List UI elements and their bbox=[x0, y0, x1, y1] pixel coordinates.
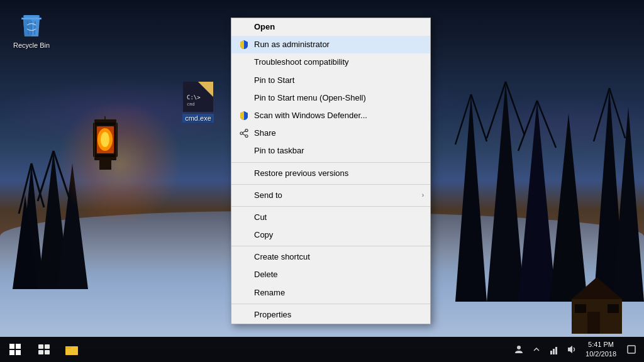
context-menu-item-share[interactable]: Share bbox=[231, 124, 430, 142]
ctx-icon-cut bbox=[238, 211, 250, 224]
context-menu-item-delete[interactable]: Delete bbox=[231, 266, 430, 283]
ctx-label-scan: Scan with Windows Defender... bbox=[254, 110, 367, 121]
recycle-bin-label: Recycle Bin bbox=[13, 41, 50, 49]
ctx-icon-send-to bbox=[238, 189, 250, 202]
context-menu-item-troubleshoot[interactable]: Troubleshoot compatibility bbox=[231, 53, 430, 71]
svg-line-52 bbox=[243, 134, 245, 136]
ctx-icon-open bbox=[238, 21, 250, 33]
file-explorer-button[interactable] bbox=[58, 337, 86, 362]
svg-rect-38 bbox=[23, 15, 40, 18]
cmd-icon-image: C:\> cmd bbox=[183, 82, 213, 112]
svg-line-40 bbox=[28, 21, 28, 35]
svg-rect-60 bbox=[550, 351, 552, 354]
svg-line-42 bbox=[35, 21, 35, 35]
context-menu-item-cut[interactable]: Cut bbox=[231, 209, 430, 226]
cmd-label: cmd.exe bbox=[182, 114, 214, 123]
context-menu: Open Run as administratorTroubleshoot co… bbox=[231, 18, 431, 324]
chevron-up-icon[interactable] bbox=[528, 337, 545, 362]
ctx-icon-troubleshoot bbox=[238, 56, 250, 69]
clock-date: 10/2/2018 bbox=[586, 349, 616, 359]
ctx-icon-run-as-admin bbox=[238, 38, 250, 51]
ctx-icon-restore bbox=[238, 167, 250, 180]
svg-rect-62 bbox=[555, 347, 557, 354]
svg-point-49 bbox=[245, 135, 248, 138]
clock-time: 5:41 PM bbox=[588, 340, 614, 349]
context-menu-item-pin-taskbar[interactable]: Pin to taskbar bbox=[231, 142, 430, 160]
ctx-label-open: Open bbox=[254, 21, 275, 33]
system-tray: 5:41 PM 10/2/2018 bbox=[508, 337, 644, 362]
context-menu-item-create-shortcut[interactable]: Create shortcut bbox=[231, 248, 430, 266]
svg-rect-53 bbox=[38, 344, 43, 349]
ctx-icon-share bbox=[238, 127, 250, 140]
context-menu-divider bbox=[231, 246, 430, 246]
taskbar: 5:41 PM 10/2/2018 bbox=[0, 337, 644, 362]
context-menu-item-scan[interactable]: Scan with Windows Defender... bbox=[231, 107, 430, 124]
context-menu-item-open[interactable]: Open bbox=[231, 18, 430, 36]
ctx-label-properties: Properties bbox=[254, 309, 291, 321]
svg-point-48 bbox=[245, 129, 248, 132]
svg-rect-61 bbox=[553, 349, 555, 354]
ctx-icon-scan bbox=[238, 109, 250, 122]
people-icon[interactable] bbox=[510, 337, 528, 362]
clock[interactable]: 5:41 PM 10/2/2018 bbox=[580, 337, 621, 362]
context-menu-item-run-as-admin[interactable]: Run as administrator bbox=[231, 36, 430, 53]
ctx-label-delete: Delete bbox=[254, 269, 278, 280]
recycle-bin-icon[interactable]: Recycle Bin bbox=[9, 13, 53, 49]
task-view-button[interactable] bbox=[30, 337, 58, 362]
svg-rect-64 bbox=[628, 346, 635, 353]
context-menu-divider bbox=[231, 304, 430, 304]
svg-text:cmd: cmd bbox=[187, 102, 195, 107]
svg-text:C:\>: C:\> bbox=[187, 94, 201, 101]
ctx-icon-pin-start bbox=[238, 74, 250, 87]
svg-line-51 bbox=[243, 131, 245, 133]
ctx-label-cut: Cut bbox=[254, 212, 267, 223]
ctx-label-troubleshoot: Troubleshoot compatibility bbox=[254, 57, 349, 68]
context-menu-item-pin-start[interactable]: Pin to Start bbox=[231, 72, 430, 89]
svg-marker-63 bbox=[568, 346, 572, 353]
ctx-icon-rename bbox=[238, 287, 250, 299]
ctx-label-share: Share bbox=[254, 128, 276, 139]
ctx-label-create-shortcut: Create shortcut bbox=[254, 251, 310, 263]
ctx-icon-copy bbox=[238, 229, 250, 241]
context-menu-divider bbox=[231, 162, 430, 163]
context-menu-item-rename[interactable]: Rename bbox=[231, 284, 430, 302]
ctx-icon-pin-taskbar bbox=[238, 145, 250, 157]
recycle-bin-image bbox=[18, 13, 45, 39]
context-menu-item-restore[interactable]: Restore previous versions bbox=[231, 165, 430, 182]
svg-rect-39 bbox=[21, 18, 42, 19]
context-menu-item-pin-start-menu[interactable]: Pin to Start menu (Open-Shell) bbox=[231, 89, 430, 107]
ctx-icon-pin-start-menu bbox=[238, 92, 250, 104]
ctx-label-run-as-admin: Run as administrator bbox=[254, 39, 330, 50]
windows-logo-icon bbox=[9, 344, 21, 355]
notification-button[interactable] bbox=[621, 337, 641, 362]
svg-point-50 bbox=[240, 132, 243, 134]
desktop: Recycle Bin C:\> cmd cmd.exe Open Run as… bbox=[0, 0, 644, 362]
context-menu-item-copy[interactable]: Copy bbox=[231, 226, 430, 244]
context-menu-divider bbox=[231, 184, 430, 185]
svg-rect-55 bbox=[38, 350, 43, 354]
ctx-label-restore: Restore previous versions bbox=[254, 168, 348, 179]
network-icon[interactable] bbox=[545, 337, 563, 362]
svg-rect-54 bbox=[45, 344, 50, 349]
svg-rect-56 bbox=[45, 350, 50, 354]
ctx-label-pin-start: Pin to Start bbox=[254, 75, 294, 86]
svg-point-59 bbox=[517, 346, 521, 349]
ctx-label-rename: Rename bbox=[254, 287, 285, 299]
ctx-icon-create-shortcut bbox=[238, 251, 250, 263]
context-menu-divider bbox=[231, 206, 430, 207]
context-menu-item-properties[interactable]: Properties bbox=[231, 306, 430, 324]
ctx-icon-delete bbox=[238, 269, 250, 282]
context-menu-item-send-to[interactable]: Send to› bbox=[231, 187, 430, 204]
start-button[interactable] bbox=[0, 337, 30, 362]
cmd-exe-icon[interactable]: C:\> cmd cmd.exe bbox=[176, 82, 220, 123]
ctx-label-copy: Copy bbox=[254, 229, 273, 241]
ctx-arrow-send-to: › bbox=[422, 191, 424, 200]
ctx-label-send-to: Send to bbox=[254, 190, 282, 201]
volume-icon[interactable] bbox=[563, 337, 580, 362]
ctx-label-pin-taskbar: Pin to taskbar bbox=[254, 145, 304, 156]
ctx-icon-properties bbox=[238, 309, 250, 321]
ctx-label-pin-start-menu: Pin to Start menu (Open-Shell) bbox=[254, 92, 366, 104]
